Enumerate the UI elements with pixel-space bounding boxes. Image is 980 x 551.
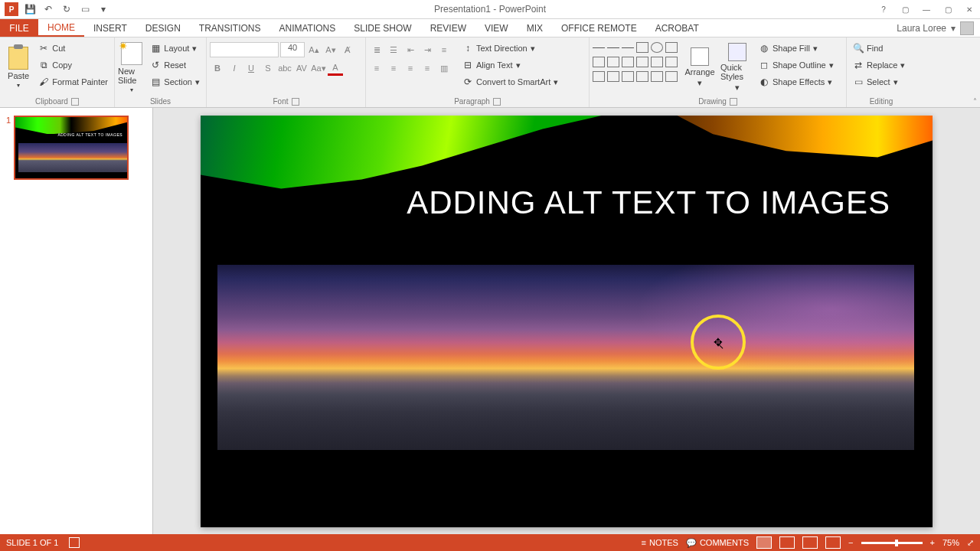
cursor-highlight-ring: ✥ [691,315,746,370]
clipboard-launcher-icon[interactable] [71,98,79,106]
collapse-ribbon-icon[interactable]: ˄ [973,97,977,106]
tab-animations[interactable]: ANIMATIONS [270,19,345,37]
section-button[interactable]: ▤Section▾ [147,74,203,90]
increase-indent-button[interactable]: ⇥ [420,42,435,57]
ribbon-display-icon[interactable]: ▢ [894,1,916,18]
decrease-indent-button[interactable]: ⇤ [403,42,418,57]
cut-button[interactable]: ✂Cut [35,41,111,56]
arrange-button[interactable]: Arrange▾ [681,39,719,96]
tab-acrobat[interactable]: ACROBAT [646,19,708,37]
start-from-beginning-icon[interactable]: ▭ [77,1,93,18]
minimize-icon[interactable]: ― [916,1,937,18]
quick-styles-button[interactable]: Quick Styles▾ [720,39,754,96]
outline-icon: ◻ [759,60,769,70]
drawing-launcher-icon[interactable] [730,98,737,106]
slide-thumbnail[interactable]: ADDING ALT TEXT TO IMAGES [14,116,129,180]
shapes-gallery[interactable] [593,39,679,96]
format-painter-button[interactable]: 🖌Format Painter [35,74,111,90]
replace-button[interactable]: ⇄Replace▾ [850,57,913,73]
slide-image[interactable] [217,265,914,450]
align-left-button[interactable]: ≡ [369,60,384,76]
font-size-select[interactable]: 40 [280,42,305,57]
italic-button[interactable]: I [227,60,242,76]
shape-fill-button[interactable]: ◍Shape Fill▾ [756,41,837,56]
group-slides: New Slide ▾ ▦Layout▾ ↺Reset ▤Section▾ Sl… [115,37,207,107]
slide[interactable]: ADDING ALT TEXT TO IMAGES ✥ [201,116,933,527]
select-button[interactable]: ▭Select▾ [850,74,913,90]
tab-transitions[interactable]: TRANSITIONS [190,19,270,37]
slide-canvas-area[interactable]: ADDING ALT TEXT TO IMAGES ✥ [153,108,980,534]
fit-to-window-icon[interactable]: ⤢ [967,538,974,548]
copy-button[interactable]: ⧉Copy [35,57,111,73]
tab-home[interactable]: HOME [38,19,84,37]
strikethrough-button[interactable]: S [260,60,276,76]
clear-formatting-icon[interactable]: A̸ [340,42,355,57]
zoom-slider[interactable] [861,542,923,544]
group-clipboard: Paste ▾ ✂Cut ⧉Copy 🖌Format Painter Clipb… [0,37,115,107]
line-spacing-button[interactable]: ≡ [436,42,452,57]
align-center-button[interactable]: ≡ [386,60,401,76]
close-icon[interactable]: ✕ [959,1,980,18]
group-drawing: Arrange▾ Quick Styles▾ ◍Shape Fill▾ ◻Sha… [590,37,847,107]
layout-button[interactable]: ▦Layout▾ [147,41,203,56]
status-bar: SLIDE 1 OF 1 ≡ NOTES 💬 COMMENTS − + 75% … [0,534,980,551]
text-direction-icon: ↕ [462,43,473,54]
zoom-level[interactable]: 75% [942,538,959,547]
tab-office-remote[interactable]: OFFICE REMOTE [552,19,646,37]
grow-font-icon[interactable]: A▴ [306,42,322,57]
change-case-button[interactable]: Aa▾ [311,60,326,76]
group-paragraph: ≣ ☰ ⇤ ⇥ ≡ ≡ ≡ ≡ ≡ ▥ ↕Text Direction▾ ⊟Al… [366,37,590,107]
slideshow-view-icon[interactable] [825,536,841,549]
bold-button[interactable]: B [210,60,225,76]
reading-view-icon[interactable] [802,536,818,549]
redo-icon[interactable]: ↻ [58,1,75,18]
shape-outline-button[interactable]: ◻Shape Outline▾ [756,57,837,73]
spacing-button[interactable]: AV [294,60,309,76]
align-text-button[interactable]: ⊟Align Text▾ [459,57,561,73]
underline-button[interactable]: U [243,60,259,76]
normal-view-icon[interactable] [756,536,772,549]
convert-smartart-button[interactable]: ⟳Convert to SmartArt▾ [459,74,561,90]
tab-design[interactable]: DESIGN [136,19,190,37]
save-icon[interactable]: 💾 [21,1,38,18]
tab-review[interactable]: REVIEW [421,19,475,37]
reset-button[interactable]: ↺Reset [147,57,203,73]
qat-dropdown-icon[interactable]: ▾ [95,1,112,18]
text-direction-button[interactable]: ↕Text Direction▾ [459,41,561,56]
window-controls: ? ▢ ― ▢ ✕ [873,1,980,18]
font-launcher-icon[interactable] [292,98,299,106]
maximize-icon[interactable]: ▢ [937,1,959,18]
undo-icon[interactable]: ↶ [40,1,57,18]
zoom-out-icon[interactable]: − [848,538,853,547]
tab-file[interactable]: FILE [0,19,38,37]
comments-button[interactable]: 💬 COMMENTS [686,538,749,548]
group-font: 40 A▴ A▾ A̸ B I U S abc AV Aa▾ A Font [207,37,366,107]
tab-view[interactable]: VIEW [475,19,518,37]
align-right-button[interactable]: ≡ [403,60,418,76]
columns-button[interactable]: ▥ [436,60,452,76]
user-account[interactable]: Laura Loree▾ [890,19,980,37]
notes-button[interactable]: ≡ NOTES [642,538,678,547]
shadow-button[interactable]: abc [277,60,292,76]
find-button[interactable]: 🔍Find [850,41,913,56]
numbering-button[interactable]: ☰ [386,42,401,57]
shape-effects-button[interactable]: ◐Shape Effects▾ [756,74,837,90]
font-color-button[interactable]: A [328,60,343,76]
tab-mix[interactable]: MIX [518,19,552,37]
font-family-select[interactable] [210,42,279,57]
bullets-button[interactable]: ≣ [369,42,384,57]
paragraph-launcher-icon[interactable] [493,98,501,106]
new-slide-button[interactable]: New Slide ▾ [118,39,145,96]
help-icon[interactable]: ? [873,1,894,18]
tab-slideshow[interactable]: SLIDE SHOW [345,19,420,37]
sorter-view-icon[interactable] [779,536,795,549]
paste-button[interactable]: Paste ▾ [3,39,34,96]
tab-insert[interactable]: INSERT [84,19,136,37]
work-area: 1 ADDING ALT TEXT TO IMAGES ADDING ALT T… [0,108,980,534]
shrink-font-icon[interactable]: A▾ [323,42,338,57]
slide-title[interactable]: ADDING ALT TEXT TO IMAGES [407,184,890,221]
slide-counter[interactable]: SLIDE 1 OF 1 [6,538,58,547]
spell-check-icon[interactable] [69,537,80,548]
justify-button[interactable]: ≡ [420,60,435,76]
zoom-in-icon[interactable]: + [930,538,935,547]
